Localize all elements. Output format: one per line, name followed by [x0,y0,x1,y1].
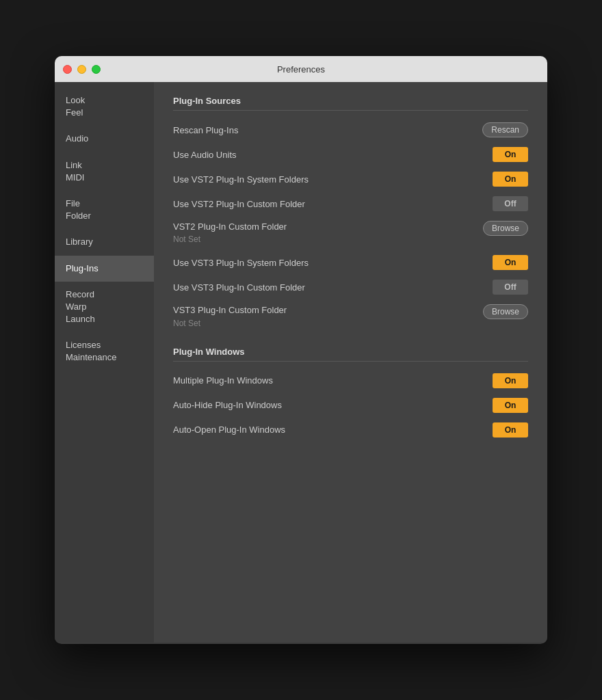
maximize-button[interactable] [92,65,101,74]
vst3-browse-button[interactable]: Browse [483,304,528,319]
use-audio-units-toggle[interactable]: On [493,147,528,162]
use-audio-units-row: Use Audio Units On [173,142,528,167]
rescan-label: Rescan Plug-Ins [173,125,482,135]
sidebar-item-look-feel[interactable]: Look Feel [55,88,154,126]
vst2-custom-folder-row: VST2 Plug-In Custom Folder Not Set Brows… [173,216,528,250]
vst3-custom-folder-row: VST3 Plug-In Custom Folder Not Set Brows… [173,299,528,334]
vst3-not-set-text: Not Set [173,319,200,328]
traffic-lights [63,65,101,74]
vst2-browse-button[interactable]: Browse [483,221,528,236]
vst3-custom-folder-label: VST3 Plug-In Custom Folder [173,305,287,315]
use-vst2-system-label: Use VST2 Plug-In System Folders [173,174,493,185]
rescan-button[interactable]: Rescan [482,122,528,137]
multiple-windows-row: Multiple Plug-In Windows On [173,368,528,393]
use-vst2-custom-row: Use VST2 Plug-In Custom Folder Off [173,191,528,216]
sidebar: Look Feel Audio Link MIDI File Folder Li… [55,82,154,643]
use-vst3-system-toggle[interactable]: On [493,255,528,270]
use-audio-units-label: Use Audio Units [173,150,493,160]
auto-open-row: Auto-Open Plug-In Windows On [173,418,528,442]
titlebar: Preferences [55,56,547,82]
preferences-window: Preferences Look Feel Audio Link MIDI Fi… [55,56,547,644]
use-vst3-system-row: Use VST3 Plug-In System Folders On [173,250,528,275]
sidebar-item-file-folder[interactable]: File Folder [55,191,154,229]
auto-hide-label: Auto-Hide Plug-In Windows [173,400,493,410]
use-vst3-custom-toggle[interactable]: Off [493,280,528,295]
sidebar-item-plug-ins[interactable]: Plug-Ins [55,256,154,282]
main-panel: Plug-In Sources Rescan Plug-Ins Rescan U… [154,82,547,643]
use-vst2-system-toggle[interactable]: On [493,172,528,187]
multiple-windows-label: Multiple Plug-In Windows [173,375,493,386]
use-vst3-system-label: Use VST3 Plug-In System Folders [173,258,493,268]
close-button[interactable] [63,65,72,74]
vst2-custom-folder-label: VST2 Plug-In Custom Folder [173,221,287,232]
rescan-row: Rescan Plug-Ins Rescan [173,118,528,142]
window-title: Preferences [277,64,325,75]
use-vst2-custom-label: Use VST2 Plug-In Custom Folder [173,199,493,209]
sidebar-item-licenses-maintenance[interactable]: Licenses Maintenance [55,332,154,371]
use-vst3-custom-row: Use VST3 Plug-In Custom Folder Off [173,275,528,299]
use-vst3-custom-label: Use VST3 Plug-In Custom Folder [173,282,493,293]
use-vst2-custom-toggle[interactable]: Off [493,196,528,211]
sidebar-item-record-warp-launch[interactable]: Record Warp Launch [55,282,154,333]
plug-in-sources-header: Plug-In Sources [173,96,528,111]
auto-open-toggle[interactable]: On [493,422,528,438]
sidebar-item-audio[interactable]: Audio [55,126,154,152]
auto-hide-toggle[interactable]: On [493,398,528,413]
multiple-windows-toggle[interactable]: On [493,373,528,388]
sidebar-item-link-midi[interactable]: Link MIDI [55,152,154,191]
minimize-button[interactable] [77,65,86,74]
plug-in-windows-header: Plug-In Windows [173,347,528,362]
use-vst2-system-row: Use VST2 Plug-In System Folders On [173,167,528,191]
sidebar-item-library[interactable]: Library [55,229,154,255]
auto-hide-row: Auto-Hide Plug-In Windows On [173,393,528,418]
content-area: Look Feel Audio Link MIDI File Folder Li… [55,82,547,643]
vst2-not-set-text: Not Set [173,234,200,244]
auto-open-label: Auto-Open Plug-In Windows [173,425,493,435]
